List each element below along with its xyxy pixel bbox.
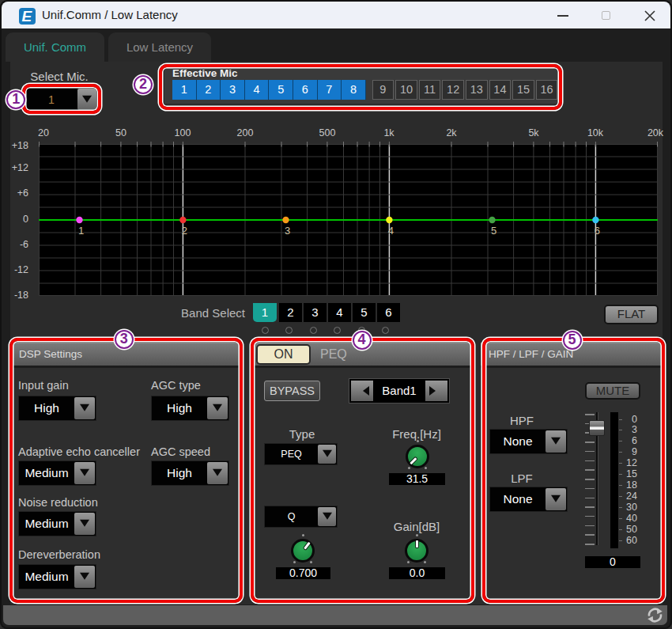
svg-text:3: 3 (285, 225, 290, 237)
svg-text:1: 1 (78, 225, 84, 237)
svg-text:4: 4 (388, 225, 394, 237)
svg-text:2: 2 (182, 225, 187, 237)
svg-text:6: 6 (595, 225, 600, 237)
svg-text:5: 5 (491, 225, 496, 237)
svg-text:E: E (22, 8, 33, 25)
